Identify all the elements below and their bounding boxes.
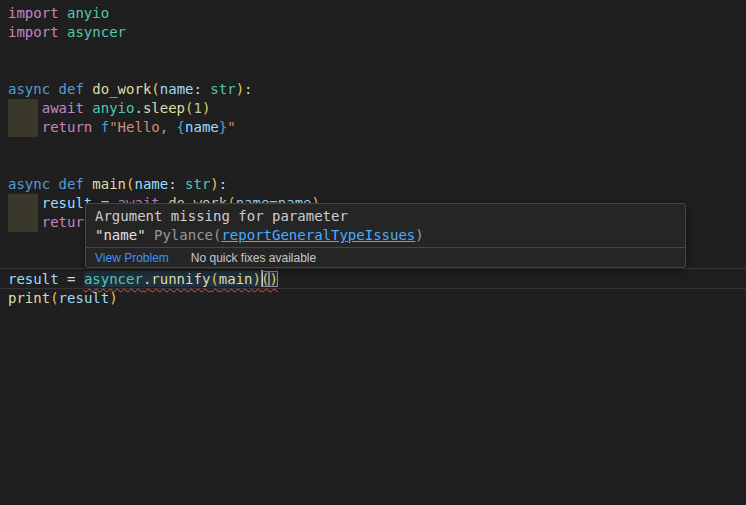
code-token: f bbox=[101, 119, 109, 135]
code-token: result bbox=[59, 290, 110, 306]
code-token: ( bbox=[185, 100, 193, 116]
code-line-1[interactable]: import anyio bbox=[8, 4, 320, 23]
code-token: do_work bbox=[92, 81, 151, 97]
code-token: } bbox=[219, 119, 227, 135]
diagnostic-rule-link[interactable]: reportGeneralTypeIssues bbox=[221, 227, 415, 243]
hover-message-line1: Argument missing for parameter bbox=[95, 207, 675, 226]
code-token: : bbox=[194, 81, 211, 97]
code-token: def bbox=[59, 176, 84, 192]
code-token bbox=[8, 195, 42, 211]
code-token: ) bbox=[109, 290, 117, 306]
hover-param-name: "name" bbox=[95, 227, 146, 243]
view-problem-link[interactable]: View Problem bbox=[95, 251, 169, 265]
hover-message-line2: "name" Pylance(reportGeneralTypeIssues) bbox=[95, 226, 675, 245]
code-token: 1 bbox=[194, 100, 202, 116]
hover-source-close: ) bbox=[415, 227, 423, 243]
code-token: = bbox=[59, 271, 84, 287]
code-token: main bbox=[219, 271, 253, 287]
code-token: ) bbox=[202, 100, 210, 116]
hover-tooltip: Argument missing for parameter"name" Pyl… bbox=[85, 203, 686, 268]
code-token: runnify bbox=[151, 271, 210, 287]
code-line-15[interactable]: result = asyncer.runnify(main)() bbox=[8, 270, 320, 289]
hover-source: Pylance( bbox=[146, 227, 222, 243]
code-token: { bbox=[177, 119, 185, 135]
code-token bbox=[59, 5, 67, 21]
code-token: ( bbox=[151, 81, 159, 97]
code-editor[interactable]: import anyioimport asyncerasync def do_w… bbox=[0, 0, 746, 505]
code-token: : bbox=[219, 176, 227, 192]
code-line-3[interactable] bbox=[8, 42, 320, 61]
code-line-8[interactable] bbox=[8, 137, 320, 156]
hover-message: Argument missing for parameter"name" Pyl… bbox=[86, 204, 685, 247]
code-token: ) bbox=[253, 271, 261, 287]
code-token bbox=[92, 119, 100, 135]
code-token: " bbox=[227, 119, 235, 135]
code-line-16[interactable]: print(result) bbox=[8, 289, 320, 308]
code-token: async bbox=[8, 176, 50, 192]
error-range: asyncer.runnify(main)() bbox=[84, 271, 278, 287]
code-token: ) bbox=[269, 271, 277, 287]
code-line-7[interactable]: return f"Hello, {name}" bbox=[8, 118, 320, 137]
code-token: anyio bbox=[92, 100, 134, 116]
code-token bbox=[50, 176, 58, 192]
code-token: main bbox=[92, 176, 126, 192]
code-token: : bbox=[168, 176, 185, 192]
code-token: asyncer bbox=[67, 24, 126, 40]
code-token: name bbox=[134, 176, 168, 192]
code-token bbox=[8, 214, 42, 230]
code-line-10[interactable]: async def main(name: str): bbox=[8, 175, 320, 194]
code-line-2[interactable]: import asyncer bbox=[8, 23, 320, 42]
code-token: await bbox=[42, 100, 84, 116]
code-token: ) bbox=[210, 176, 218, 192]
hover-status-bar: View Problem No quick fixes available bbox=[86, 247, 685, 267]
code-token: name bbox=[185, 119, 219, 135]
code-token: : bbox=[244, 81, 252, 97]
code-line-6[interactable]: await anyio.sleep(1) bbox=[8, 99, 320, 118]
code-token: print bbox=[8, 290, 50, 306]
code-token: str bbox=[210, 81, 235, 97]
code-token: name bbox=[160, 81, 194, 97]
code-token bbox=[8, 100, 42, 116]
code-token bbox=[50, 81, 58, 97]
code-token bbox=[8, 119, 42, 135]
code-line-4[interactable] bbox=[8, 61, 320, 80]
code-token: result bbox=[8, 271, 59, 287]
code-token: import bbox=[8, 5, 59, 21]
no-quick-fixes-label: No quick fixes available bbox=[191, 251, 316, 265]
code-token: asyncer bbox=[84, 271, 143, 287]
code-line-5[interactable]: async def do_work(name: str): bbox=[8, 80, 320, 99]
code-token: ) bbox=[236, 81, 244, 97]
code-token bbox=[59, 24, 67, 40]
code-token: import bbox=[8, 24, 59, 40]
code-line-9[interactable] bbox=[8, 156, 320, 175]
code-token: return bbox=[42, 119, 93, 135]
code-token: str bbox=[185, 176, 210, 192]
code-token: . bbox=[134, 100, 142, 116]
code-token: anyio bbox=[67, 5, 109, 21]
code-token: sleep bbox=[143, 100, 185, 116]
code-token: ( bbox=[210, 271, 218, 287]
code-token: ( bbox=[50, 290, 58, 306]
code-token: "Hello, bbox=[109, 119, 176, 135]
code-token: def bbox=[59, 81, 84, 97]
code-token: async bbox=[8, 81, 50, 97]
